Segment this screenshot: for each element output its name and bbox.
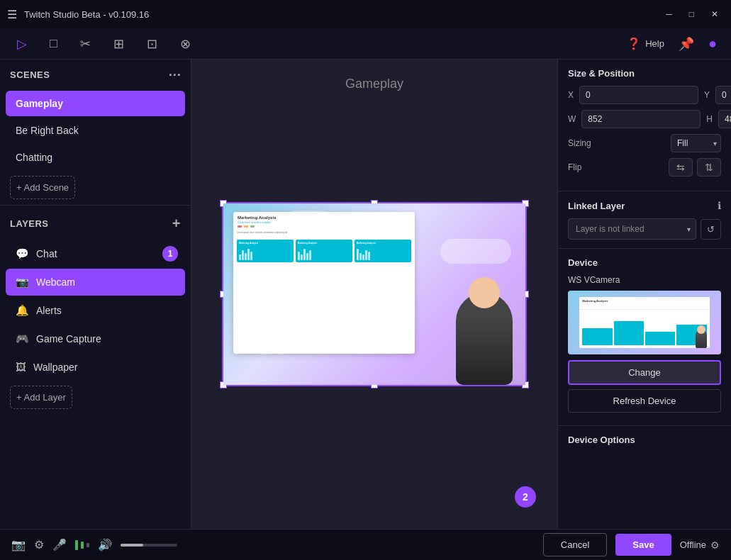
flip-label: Flip: [568, 162, 581, 172]
pin-icon[interactable]: 📌: [676, 33, 697, 55]
avatar-body: [456, 293, 513, 385]
settings-icon[interactable]: ⚙: [710, 539, 720, 551]
cancel-button[interactable]: Cancel: [543, 533, 607, 556]
sidebar-item-wallpaper[interactable]: 🖼 Wallpaper: [6, 354, 185, 380]
sizing-label: Sizing: [568, 138, 591, 148]
preview-background: Marketing Analysis Click here to add a s…: [223, 203, 525, 385]
linked-layer-title: Linked Layer: [568, 201, 625, 211]
y-label: Y: [704, 90, 710, 100]
x-label: X: [568, 90, 574, 100]
size-position-section: Size & Position X Y W H 🔒 Sizing Fill: [558, 60, 731, 191]
preview-container[interactable]: Marketing Analysis Click here to add a s…: [222, 202, 527, 386]
sidebar-item-webcam[interactable]: 📷 Webcam: [6, 269, 185, 296]
group-icon[interactable]: ⊞: [111, 33, 127, 55]
device-options-section: Device Options: [558, 426, 731, 449]
save-button[interactable]: Save: [615, 534, 671, 556]
window-controls: ─ □ ✕: [660, 6, 724, 22]
scenes-label: Scenes: [10, 69, 50, 80]
avatar: [456, 293, 513, 385]
select-icon[interactable]: □: [47, 33, 60, 54]
flip-buttons: ⇆ ⇅: [669, 158, 721, 177]
sidebar-item-gameplay[interactable]: Gameplay: [6, 91, 185, 116]
speaker-icon[interactable]: 🔊: [98, 538, 112, 551]
step-badge-2: 2: [515, 486, 536, 508]
chat-layer-label: Chat: [36, 248, 57, 259]
wallpaper-layer-icon: 🖼: [16, 361, 26, 373]
sizing-select-wrapper: Fill Fit Stretch: [671, 134, 721, 152]
duplicate-icon[interactable]: ⊡: [144, 33, 160, 55]
game-capture-layer-icon: 🎮: [16, 332, 29, 345]
w-input[interactable]: [581, 110, 701, 128]
alerts-layer-icon: 🔔: [16, 304, 29, 317]
device-title: Device: [568, 257, 721, 268]
linked-header: Linked Layer ℹ: [568, 200, 721, 211]
menu-icon[interactable]: ☰: [7, 8, 17, 21]
sidebar-item-alerts[interactable]: 🔔 Alerts: [6, 297, 185, 324]
linked-select-wrapper: Layer is not linked: [568, 218, 696, 240]
volume-fill: [121, 544, 143, 547]
mini-chart-3: Marketing Analysis: [355, 240, 411, 262]
mic-icon[interactable]: 🎤: [52, 538, 67, 551]
alerts-layer-label: Alerts: [36, 305, 62, 316]
app-title: Twitch Studio Beta - v0.109.16: [24, 9, 653, 20]
change-device-button[interactable]: Change: [568, 360, 721, 385]
h-input[interactable]: [718, 110, 731, 128]
sizing-select[interactable]: Fill Fit Stretch: [671, 134, 721, 152]
minimize-button[interactable]: ─: [660, 6, 678, 22]
y-input[interactable]: [715, 86, 731, 104]
mini-chart-2: Marketing Analysis: [296, 240, 352, 262]
flip-horizontal-button[interactable]: ⇆: [669, 158, 693, 177]
add-scene-button[interactable]: + Add Scene: [10, 176, 75, 199]
offline-label: Offline: [680, 539, 706, 550]
add-layer-icon[interactable]: +: [172, 215, 181, 232]
twitch-icon[interactable]: ●: [708, 35, 717, 52]
maximize-button[interactable]: □: [683, 6, 700, 22]
help-button[interactable]: ❓ Help: [627, 37, 664, 50]
wallpaper-layer-label: Wallpaper: [33, 362, 78, 373]
mini-chart-1: Marketing Analysis: [237, 240, 294, 262]
linked-layer-section: Linked Layer ℹ Layer is not linked ↺: [558, 191, 731, 249]
camera-icon[interactable]: 📷: [11, 538, 26, 551]
toolbar-right: ❓ Help 📌 ●: [627, 33, 717, 55]
chat-badge: 1: [162, 246, 178, 262]
help-icon: ❓: [627, 37, 641, 50]
offline-indicator: Offline ⚙: [680, 539, 720, 551]
add-layer-button[interactable]: + Add Layer: [10, 386, 72, 409]
x-input[interactable]: [579, 86, 698, 104]
w-label: W: [568, 114, 576, 124]
sidebar-item-game-capture[interactable]: 🎮 Game Capture: [6, 325, 185, 352]
sidebar-item-chat[interactable]: 💬 Chat 1: [6, 240, 185, 267]
linked-layer-select[interactable]: Layer is not linked: [568, 218, 696, 240]
refresh-linked-button[interactable]: ↺: [701, 219, 721, 240]
volume-slider[interactable]: [121, 544, 177, 547]
device-avatar-head: [697, 325, 705, 334]
sidebar-item-be-right-back[interactable]: Be Right Back: [6, 118, 185, 143]
info-icon[interactable]: ℹ: [718, 200, 721, 211]
pres-title: Marketing Analysis: [238, 215, 411, 220]
webcam-layer-label: Webcam: [36, 276, 75, 288]
toolbar: ▷ □ ✂ ⊞ ⊡ ⊗ ❓ Help 📌 ●: [0, 28, 731, 60]
sidebar: Scenes ⋯ Gameplay Be Right Back Chatting…: [0, 60, 191, 529]
pres-charts: Marketing Analysis Marketing Analysis: [233, 237, 415, 264]
main-layout: Scenes ⋯ Gameplay Be Right Back Chatting…: [0, 60, 731, 529]
size-position-title: Size & Position: [568, 68, 721, 79]
mixer-icon[interactable]: ⚙: [34, 538, 44, 551]
h-label: H: [706, 114, 713, 124]
canvas-scene-label: Gameplay: [345, 77, 403, 91]
pointer-icon[interactable]: ▷: [14, 33, 30, 55]
scenes-header: Scenes ⋯: [0, 60, 191, 89]
cut-icon[interactable]: ✂: [77, 33, 94, 55]
device-section: Device WS VCamera Marketing Analysis: [558, 249, 731, 426]
scenes-menu-icon[interactable]: ⋯: [168, 67, 182, 82]
refresh-device-button[interactable]: Refresh Device: [568, 389, 721, 413]
magnet-icon[interactable]: ⊗: [177, 33, 194, 55]
titlebar: ☰ Twitch Studio Beta - v0.109.16 ─ □ ✕: [0, 0, 731, 28]
canvas-area: Gameplay Marketing Analysis Click: [191, 60, 557, 529]
flip-vertical-button[interactable]: ⇅: [697, 158, 721, 177]
pres-header: Marketing Analysis Click here to add a s…: [233, 212, 415, 229]
sidebar-item-chatting[interactable]: Chatting: [6, 145, 185, 170]
close-button[interactable]: ✕: [705, 6, 724, 22]
sidebar-divider: [0, 205, 191, 206]
wh-row: W H 🔒: [568, 110, 721, 128]
cloud-3: [440, 239, 511, 264]
